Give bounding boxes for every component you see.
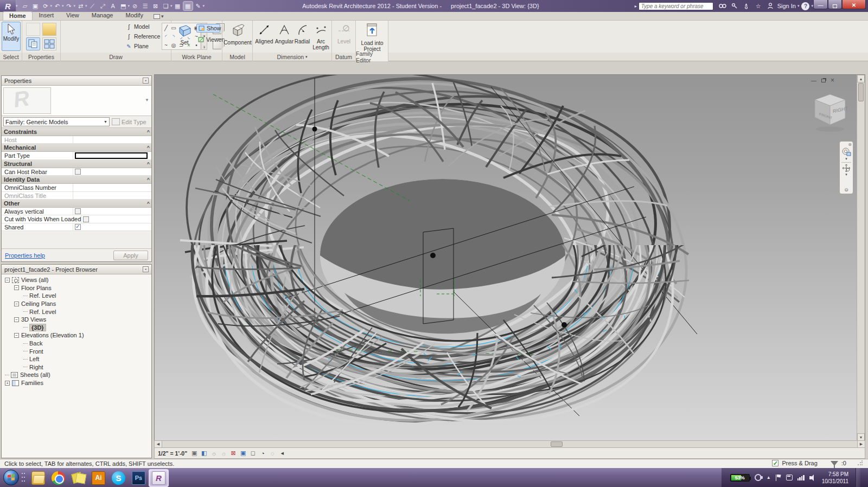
tree-item-views-all-[interactable]: −Views (all) — [3, 276, 151, 284]
tab-home[interactable]: Home — [3, 11, 33, 20]
dimension-panel-label[interactable]: Dimension ▾ — [253, 53, 332, 61]
apply-button[interactable]: Apply — [113, 251, 148, 260]
close-hidden-windows-icon[interactable]: ⊠ — [151, 2, 160, 10]
3d-model-view[interactable] — [155, 75, 857, 441]
battery-indicator[interactable]: 53% — [730, 474, 750, 482]
save-icon[interactable]: ▣ — [31, 2, 40, 10]
horizontal-scroll-thumb[interactable] — [551, 441, 563, 447]
property-value[interactable] — [73, 208, 151, 215]
property-value[interactable]: ✓ — [73, 223, 151, 230]
section-identity-data[interactable]: Identity Data^ — [2, 176, 151, 184]
section-structural[interactable]: Structural^ — [2, 160, 151, 168]
action-center-flag-icon[interactable] — [776, 475, 781, 481]
search-icon[interactable] — [718, 2, 727, 10]
shadows-icon[interactable]: ☼ — [220, 450, 227, 457]
view-close-icon[interactable]: × — [831, 76, 834, 84]
show-crop-region-icon[interactable]: ▣ — [239, 450, 247, 457]
sign-in-person-icon[interactable] — [765, 2, 775, 10]
crop-lock-icon[interactable]: ◻ — [249, 450, 257, 457]
arc-length-dimension-button[interactable]: Arc Length — [311, 22, 331, 52]
scroll-left-arrow[interactable]: ◀ — [155, 441, 162, 447]
section-icon[interactable]: ⊘ — [130, 2, 139, 10]
filter-icon[interactable] — [831, 461, 838, 466]
default-3d-view-dropdown-icon[interactable]: ▾ — [128, 4, 130, 8]
collapse-chevron-icon[interactable]: ^ — [147, 201, 149, 206]
scroll-up-arrow[interactable]: ▲ — [857, 75, 865, 82]
view-cube[interactable]: FRONT RIGHT — [808, 91, 854, 137]
sync-dropdown-icon[interactable]: ▾ — [50, 4, 53, 8]
property-value[interactable] — [73, 152, 151, 159]
volume-icon[interactable] — [809, 475, 817, 481]
tab-manage[interactable]: Manage — [86, 11, 119, 20]
angular-dimension-button[interactable]: Angular — [275, 22, 293, 52]
steering-wheel-icon[interactable] — [841, 147, 851, 157]
minimize-button[interactable]: — — [813, 0, 828, 9]
zoom-dropdown-icon[interactable]: ▾ — [845, 172, 847, 177]
type-selector[interactable]: Family: Generic Models ▼ — [3, 117, 110, 126]
print-icon[interactable]: ⇄ — [76, 2, 85, 10]
tree-item-sheets-all-[interactable]: Sheets (all) — [3, 371, 151, 379]
navbar-close-icon[interactable]: ⊗ — [848, 142, 852, 147]
section-constraints[interactable]: Constraints^ — [2, 128, 151, 136]
dimension-icon[interactable]: ⤢ — [98, 2, 107, 10]
tree-expander-icon[interactable]: + — [5, 381, 10, 386]
set-work-plane-button[interactable]: Set — [175, 22, 194, 52]
crop-view-icon[interactable]: ⊠ — [229, 450, 237, 457]
draw-plane-button[interactable]: ✎Plane — [124, 42, 150, 50]
property-value[interactable] — [73, 168, 151, 175]
search-expand-icon[interactable]: ▸ — [635, 4, 637, 9]
network-signal-icon[interactable] — [797, 475, 805, 480]
print-dropdown-icon[interactable]: ▾ — [85, 4, 87, 8]
family-connectors-icon[interactable] — [42, 37, 56, 50]
property-value[interactable] — [73, 184, 151, 191]
undo-dropdown-icon[interactable]: ▾ — [62, 4, 64, 8]
text-icon[interactable]: A — [108, 2, 118, 10]
collapse-chevron-icon[interactable]: ^ — [147, 145, 149, 150]
properties-palette-title[interactable]: Properties × — [2, 76, 151, 86]
drawing-area[interactable]: — × FRONT RIGHT ⊗ ▾ ▾ ⊖ ▲ ▼ — [154, 74, 865, 440]
taskbar-app-photoshop[interactable]: Ps — [129, 469, 149, 487]
detail-level-icon[interactable]: ▣ — [190, 450, 198, 457]
modify-pencil-dropdown-icon[interactable]: ▾ — [203, 4, 205, 8]
property-value[interactable] — [73, 192, 151, 199]
component-button[interactable]: Component — [223, 22, 252, 52]
revit-app-menu-button[interactable]: R — [0, 0, 16, 12]
taskbar-app-sticky-notes[interactable] — [68, 469, 88, 487]
tree-item-back[interactable]: Back — [3, 339, 151, 348]
tab-insert[interactable]: Insert — [33, 11, 60, 20]
redo-dropdown-icon[interactable]: ▾ — [74, 4, 76, 8]
horizontal-scrollbar[interactable]: ◀ ▶ — [154, 440, 865, 448]
tree-item-floor-plans[interactable]: −Floor Plans — [3, 284, 151, 292]
tree-item-right[interactable]: Right — [3, 363, 151, 371]
tree-item-ref-level[interactable]: Ref. Level — [3, 307, 151, 316]
tab-modify[interactable]: Modify — [120, 11, 149, 20]
sign-in-dropdown-icon[interactable]: ▾ — [797, 4, 800, 8]
measure-icon[interactable]: ⟋ — [88, 2, 97, 10]
radial-dimension-button[interactable]: Radial — [293, 22, 311, 52]
sync-icon[interactable]: ⟳ — [41, 2, 50, 10]
collapse-chevron-icon[interactable]: ^ — [147, 129, 149, 134]
collapse-chevron-icon[interactable]: ^ — [147, 177, 149, 182]
switch-windows-icon[interactable]: ❏ — [161, 2, 170, 10]
navbar-collapse-icon[interactable]: ⊖ — [844, 187, 848, 193]
tree-expander-icon[interactable]: − — [14, 302, 19, 306]
search-input[interactable] — [639, 2, 713, 10]
vertical-scroll-thumb[interactable] — [858, 83, 864, 101]
always-vertical-checkbox[interactable] — [75, 208, 81, 214]
view-minimize-icon[interactable]: — — [811, 78, 816, 84]
line-tool-icon[interactable]: ╱ — [162, 23, 170, 32]
section-other[interactable]: Other^ — [2, 200, 151, 208]
close-button[interactable]: ✕ — [842, 0, 866, 9]
scroll-right-arrow[interactable]: ▶ — [857, 441, 865, 447]
tab-view[interactable]: View — [60, 11, 85, 20]
taskbar-app-windows-explorer[interactable] — [28, 469, 48, 487]
scale-button[interactable]: 1/2" = 1'-0" — [158, 450, 187, 457]
show-hidden-icons-arrow[interactable]: ▲ — [767, 475, 771, 480]
sign-in-button[interactable]: Sign In — [777, 3, 796, 9]
draw-reference-button[interactable]: ʃReference — [124, 32, 162, 41]
default-3d-view-icon[interactable]: ⬒ — [119, 2, 128, 10]
property-value[interactable] — [73, 136, 151, 143]
modify-pencil-icon[interactable]: ✎ — [194, 2, 203, 10]
pan-zoom-icon[interactable] — [842, 164, 851, 172]
cut-with-voids-when-loaded-checkbox[interactable] — [83, 216, 89, 222]
